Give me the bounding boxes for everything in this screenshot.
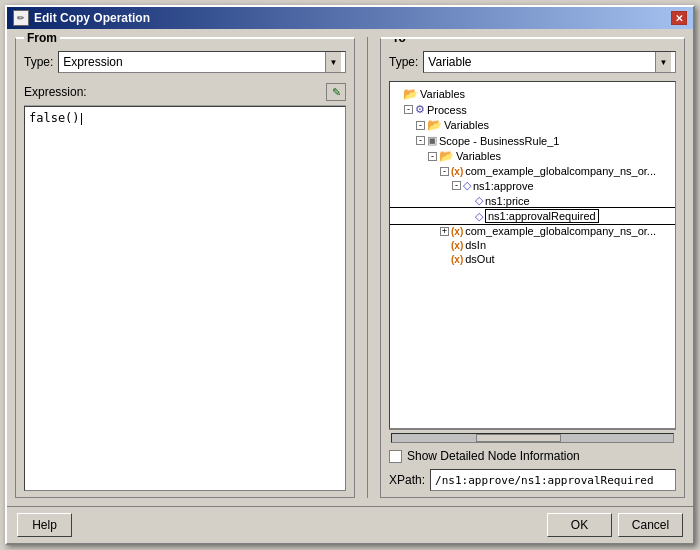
variable-tree[interactable]: 📂Variables-⚙Process-📂Variables-▣Scope - … <box>389 81 676 429</box>
tree-item-process[interactable]: -⚙Process <box>390 102 675 117</box>
scrollbar-track[interactable] <box>391 433 674 443</box>
from-panel: From Type: Expression ▼ Expression: ✎ <box>15 37 355 498</box>
tree-item-variables_root[interactable]: 📂Variables <box>390 86 675 102</box>
var-icon: (x) <box>451 226 463 237</box>
tree-item-dsOut[interactable]: (x)dsOut <box>390 252 675 266</box>
folder-icon: 📂 <box>439 149 454 163</box>
title-bar: ✏ Edit Copy Operation ✕ <box>7 7 693 29</box>
tree-toggle-com2[interactable]: + <box>440 227 449 236</box>
tree-toggle-process[interactable]: - <box>404 105 413 114</box>
tree-item-dsIn[interactable]: (x)dsIn <box>390 238 675 252</box>
from-type-arrow-icon: ▼ <box>325 52 341 72</box>
xpath-input[interactable] <box>430 469 676 491</box>
expression-text: false() <box>29 111 80 125</box>
show-detail-row: Show Detailed Node Information <box>389 445 676 467</box>
panel-divider <box>367 37 368 498</box>
dialog-title: Edit Copy Operation <box>34 11 150 25</box>
close-button[interactable]: ✕ <box>671 11 687 25</box>
to-type-arrow-icon: ▼ <box>655 52 671 72</box>
var-icon: (x) <box>451 166 463 177</box>
tree-item-label: ns1:approve <box>473 180 534 192</box>
tree-item-scope[interactable]: -▣Scope - BusinessRule_1 <box>390 133 675 148</box>
dialog-footer: Help OK Cancel <box>7 506 693 543</box>
cancel-button[interactable]: Cancel <box>618 513 683 537</box>
var2-icon: ◇ <box>475 210 483 223</box>
dialog-body: From Type: Expression ▼ Expression: ✎ <box>7 29 693 506</box>
footer-right: OK Cancel <box>547 513 683 537</box>
to-type-dropdown[interactable]: Variable ▼ <box>423 51 676 73</box>
edit-icon[interactable]: ✎ <box>326 83 346 101</box>
tree-item-variables1[interactable]: -📂Variables <box>390 117 675 133</box>
show-detail-checkbox[interactable] <box>389 450 402 463</box>
tree-item-label: dsOut <box>465 253 494 265</box>
show-detail-label: Show Detailed Node Information <box>407 449 580 463</box>
tree-item-com1[interactable]: -(x)com_example_globalcompany_ns_or... <box>390 164 675 178</box>
cursor-icon <box>81 113 82 125</box>
var-icon: (x) <box>451 240 463 251</box>
folder-icon: 📂 <box>403 87 418 101</box>
tree-toggle-variables1[interactable]: - <box>416 121 425 130</box>
tree-item-ns1approvalRequired[interactable]: ◇ns1:approvalRequired <box>390 208 675 224</box>
to-type-value: Variable <box>428 55 655 69</box>
expression-header: Expression: ✎ <box>24 81 346 106</box>
tree-item-ns1approve[interactable]: -◇ns1:approve <box>390 178 675 193</box>
tree-item-label: Process <box>427 104 467 116</box>
xpath-label: XPath: <box>389 473 425 487</box>
tree-item-label: Scope - BusinessRule_1 <box>439 135 559 147</box>
tree-toggle-com1[interactable]: - <box>440 167 449 176</box>
tree-item-label: ns1:approvalRequired <box>485 209 599 223</box>
to-panel: To Type: Variable ▼ 📂Variables-⚙Process-… <box>380 37 685 498</box>
tree-item-label: Variables <box>444 119 489 131</box>
tree-toggle-ns1approve[interactable]: - <box>452 181 461 190</box>
help-button[interactable]: Help <box>17 513 72 537</box>
expression-label: Expression: <box>24 85 87 99</box>
to-panel-title: To <box>389 37 409 45</box>
scope-icon: ▣ <box>427 134 437 147</box>
tree-toggle-scope[interactable]: - <box>416 136 425 145</box>
scrollbar-thumb[interactable] <box>476 434 560 442</box>
tree-item-label: Variables <box>456 150 501 162</box>
tree-item-label: Variables <box>420 88 465 100</box>
tree-toggle-variables2[interactable]: - <box>428 152 437 161</box>
to-type-label: Type: <box>389 55 418 69</box>
expression-area[interactable]: false() <box>24 106 346 491</box>
title-bar-left: ✏ Edit Copy Operation <box>13 10 150 26</box>
tree-item-label: dsIn <box>465 239 486 251</box>
from-panel-title: From <box>24 31 60 45</box>
tree-item-label: ns1:price <box>485 195 530 207</box>
tree-item-com2[interactable]: +(x)com_example_globalcompany_ns_or... <box>390 224 675 238</box>
from-type-value: Expression <box>63 55 325 69</box>
dialog: ✏ Edit Copy Operation ✕ From Type: Expre… <box>5 5 695 545</box>
dialog-icon: ✏ <box>13 10 29 26</box>
tree-item-ns1price[interactable]: ◇ns1:price <box>390 193 675 208</box>
var-icon: (x) <box>451 254 463 265</box>
process-icon: ⚙ <box>415 103 425 116</box>
to-type-row: Type: Variable ▼ <box>389 51 676 73</box>
ok-button[interactable]: OK <box>547 513 612 537</box>
tree-scrollbar[interactable] <box>389 429 676 445</box>
var2-icon: ◇ <box>475 194 483 207</box>
tree-item-variables2[interactable]: -📂Variables <box>390 148 675 164</box>
var2-icon: ◇ <box>463 179 471 192</box>
expression-content: false() <box>25 107 345 490</box>
tree-item-label: com_example_globalcompany_ns_or... <box>465 165 656 177</box>
folder-icon: 📂 <box>427 118 442 132</box>
tree-item-label: com_example_globalcompany_ns_or... <box>465 225 656 237</box>
from-type-dropdown[interactable]: Expression ▼ <box>58 51 346 73</box>
xpath-row: XPath: <box>389 469 676 491</box>
from-type-label: Type: <box>24 55 53 69</box>
from-type-row: Type: Expression ▼ <box>24 51 346 73</box>
